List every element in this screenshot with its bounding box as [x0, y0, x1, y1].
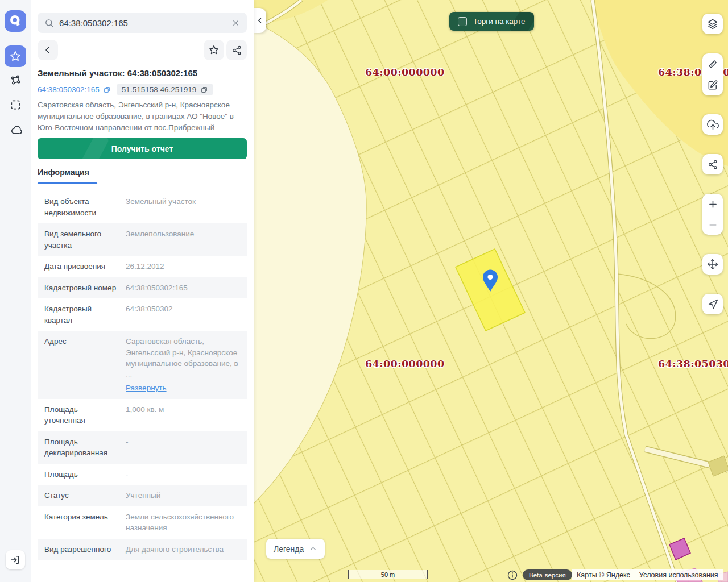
info-row-value: Саратовская область, Энгельсский р-н, Кр… — [126, 336, 240, 394]
info-row-value: Земли сельскохозяйственного назначения — [126, 512, 240, 534]
map-canvas — [254, 0, 728, 582]
copyright-text: Карты © Яндекс — [577, 571, 630, 579]
info-row: Вид земельного участкаЗемлепользование — [38, 223, 247, 256]
parcel-address: Саратовская область, Энгельсский р-н, Кр… — [38, 99, 247, 134]
star-icon — [9, 50, 22, 63]
copy-icon[interactable] — [200, 86, 208, 94]
info-row-label: Вид разрешенного — [44, 544, 119, 555]
login-button[interactable] — [6, 550, 25, 569]
info-row-label: Адрес — [44, 336, 119, 394]
info-row-label: Статус — [44, 490, 119, 501]
layers-control[interactable] — [702, 14, 723, 34]
zoom-out-button[interactable] — [702, 214, 723, 235]
coordinates-chip[interactable]: 51.515158 46.251919 — [117, 84, 213, 95]
info-row-label: Категория земель — [44, 512, 119, 534]
locate-control[interactable] — [702, 294, 723, 314]
info-row: Дата присвоения26.12.2012 — [38, 256, 247, 277]
info-row: СтатусУчтенный — [38, 485, 247, 506]
info-row: Кадастровый номер64:38:050302:165 — [38, 277, 247, 299]
info-row: Вид объекта недвижимостиЗемельный участо… — [38, 191, 247, 223]
map-scale-bar: 50 m — [348, 570, 428, 579]
minus-icon — [708, 219, 718, 230]
get-report-button[interactable]: Получить отчет — [38, 138, 247, 159]
draw-control[interactable] — [702, 75, 723, 95]
copy-icon[interactable] — [103, 86, 111, 94]
info-row-value: 64:38:050302 — [126, 304, 240, 326]
clear-search-button[interactable] — [231, 19, 240, 27]
cadastral-number-chip[interactable]: 64:38:050302:165 — [38, 85, 111, 94]
chevron-left-icon — [43, 45, 53, 55]
info-row-label: Вид земельного участка — [44, 228, 119, 251]
share-icon — [708, 159, 718, 170]
info-row-value: Для дачного строительства — [126, 544, 240, 555]
cadastral-label: 64:00:000000 — [365, 66, 445, 78]
pan-control[interactable] — [702, 254, 723, 275]
zoom-in-button[interactable] — [702, 194, 723, 214]
info-row-value: - — [126, 469, 240, 480]
search-box — [38, 13, 247, 33]
info-row: Площадь декларированная- — [38, 431, 247, 464]
app-rail — [0, 0, 31, 582]
info-row: Вид разрешенногоДля дачного строительств… — [38, 539, 247, 560]
cloud-upload-icon — [707, 119, 719, 131]
cadastral-label: 64:38:050302 — [658, 358, 728, 369]
beta-badge: Beta-версия — [523, 569, 572, 580]
info-row-label: Кадастровый номер — [44, 282, 119, 294]
sidebar-item-area-select[interactable] — [9, 98, 22, 111]
search-input[interactable] — [59, 18, 226, 28]
info-row-value: Землепользование — [126, 228, 240, 251]
info-row-value: 26.12.2012 — [126, 261, 240, 272]
tab-information[interactable]: Информация — [38, 168, 89, 177]
app-logo[interactable] — [5, 10, 26, 32]
app-logo-icon — [9, 14, 22, 28]
share-map-control[interactable] — [702, 154, 723, 174]
close-icon — [231, 19, 240, 27]
polygon-select-icon — [9, 74, 22, 87]
sidebar-item-polygon-select[interactable] — [9, 74, 22, 87]
info-row-label: Площадь — [44, 469, 119, 480]
plus-icon — [708, 199, 718, 210]
terms-link[interactable]: Условия использования — [639, 571, 718, 579]
info-row: Категория земельЗемли сельскохозяйственн… — [38, 506, 247, 539]
info-row-value: 1,000 кв. м — [126, 404, 240, 426]
info-row: Кадастровый квартал64:38:050302 — [38, 298, 247, 331]
favorite-button[interactable] — [204, 40, 224, 60]
upload-control[interactable] — [702, 114, 723, 135]
map[interactable]: 64:00:000000 64:38:050302 64:00:000000 6… — [254, 0, 728, 582]
scale-label: 50 m — [381, 571, 395, 578]
layers-icon — [707, 18, 718, 30]
map-attribution: Карты © Яндекс Условия использования — [572, 569, 723, 580]
measure-control[interactable] — [702, 54, 723, 74]
star-icon — [208, 44, 220, 56]
tab-underline — [38, 182, 97, 184]
cloud-icon — [9, 124, 22, 137]
auctions-toggle[interactable]: Торги на карте — [449, 12, 534, 31]
measure-draw-group — [702, 53, 723, 95]
collapse-sidebar-button[interactable] — [254, 8, 266, 33]
share-icon — [231, 45, 242, 56]
sidebar-item-favorites[interactable] — [5, 45, 26, 67]
map-info-button[interactable] — [507, 569, 518, 581]
share-button[interactable] — [226, 40, 247, 60]
info-row: Площадь уточненная1,000 кв. м — [38, 399, 247, 431]
page-title: Земельный участок: 64:38:050302:165 — [38, 68, 247, 78]
coordinates-text: 51.515158 46.251919 — [122, 85, 196, 94]
auctions-checkbox[interactable] — [458, 17, 467, 26]
edit-icon — [707, 80, 718, 91]
chevron-up-icon — [309, 544, 317, 553]
legend-button[interactable]: Легенда — [266, 539, 325, 559]
info-table: Вид объекта недвижимостиЗемельный участо… — [38, 191, 247, 560]
info-icon — [507, 569, 518, 581]
info-row-value: Учтенный — [126, 490, 240, 501]
ruler-icon — [707, 59, 718, 70]
legend-label: Легенда — [274, 544, 304, 554]
info-row-value: - — [126, 436, 240, 459]
move-icon — [707, 259, 718, 270]
back-button[interactable] — [38, 40, 58, 60]
sidebar-item-cloud-layers[interactable] — [9, 124, 22, 137]
info-row-value: 64:38:050302:165 — [126, 282, 240, 294]
info-row-label: Площадь уточненная — [44, 404, 119, 426]
info-row-label: Дата присвоения — [44, 261, 119, 272]
expand-address-link[interactable]: Развернуть — [126, 383, 167, 394]
chevron-left-icon — [256, 16, 264, 24]
